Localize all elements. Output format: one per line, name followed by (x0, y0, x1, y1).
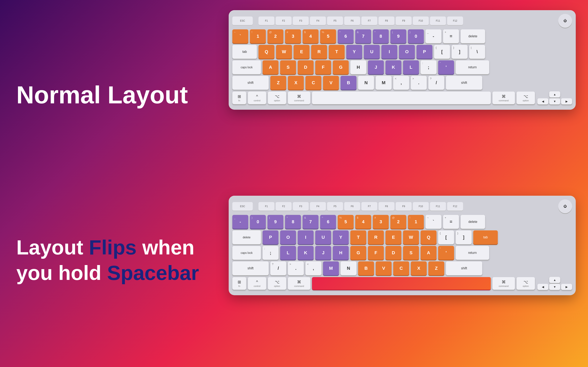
key-f-fl[interactable]: F (368, 246, 384, 260)
key-arrow-up-flipped[interactable]: ▲ (549, 277, 560, 283)
key-8[interactable]: * 8 (373, 29, 389, 43)
key-bracket-close[interactable]: } ] (452, 45, 467, 59)
key-5[interactable]: % 5 (320, 29, 336, 43)
key-r[interactable]: R (311, 45, 327, 59)
key-l[interactable]: L (403, 60, 419, 74)
key-f8-flipped[interactable]: F8 (379, 202, 394, 211)
key-space-flipped[interactable] (312, 277, 491, 290)
key-o-fl[interactable]: O (280, 230, 296, 244)
key-h[interactable]: H (350, 60, 366, 74)
key-arrow-down-flipped[interactable]: ▼ (549, 284, 560, 290)
key-z[interactable]: Z (270, 76, 286, 90)
key-equals[interactable]: + = (443, 29, 459, 43)
key-o[interactable]: O (399, 45, 415, 59)
key-comma-fl[interactable]: < , (305, 261, 321, 275)
key-f9[interactable]: F9 (396, 17, 412, 25)
key-arrow-right-flipped[interactable]: ▶ (561, 284, 572, 290)
key-x[interactable]: X (288, 76, 304, 90)
key-tab[interactable]: tab (232, 45, 257, 59)
key-period[interactable]: > . (411, 76, 427, 90)
key-6-fl[interactable]: ^ 6 (320, 215, 336, 229)
key-arrow-down-normal[interactable]: ▼ (549, 98, 560, 104)
key-equals-fl[interactable]: + = (443, 215, 459, 229)
key-slash[interactable]: ? / (428, 76, 444, 90)
key-f3-flipped[interactable]: F3 (293, 202, 309, 211)
key-esc-flipped[interactable]: ESC (232, 202, 253, 211)
key-i-fl[interactable]: I (298, 230, 314, 244)
key-1[interactable]: ! 1 (250, 29, 266, 43)
key-power-flipped[interactable]: ⏻ (558, 200, 572, 213)
key-f7-flipped[interactable]: F7 (361, 202, 377, 211)
key-v-fl[interactable]: V (376, 261, 392, 275)
key-l-fl[interactable]: L (280, 246, 296, 260)
key-f2-flipped[interactable]: F2 (276, 202, 292, 211)
key-option-left-normal[interactable]: ⌥ option (268, 92, 286, 104)
key-arrow-left-flipped[interactable]: ◀ (537, 284, 548, 290)
key-e[interactable]: E (294, 45, 310, 59)
key-g-fl[interactable]: G (350, 246, 366, 260)
key-f8[interactable]: F8 (379, 17, 394, 25)
key-7-fl[interactable]: & 7 (303, 215, 319, 229)
key-6[interactable]: ^ 6 (338, 29, 354, 43)
key-w[interactable]: W (276, 45, 292, 59)
key-delete-fl2[interactable]: delete (232, 230, 261, 244)
key-d[interactable]: D (298, 60, 314, 74)
key-tilde-fl[interactable]: ~ ` (425, 215, 441, 229)
key-m-fl[interactable]: M (323, 261, 339, 275)
key-command-right-flipped[interactable]: ⌘ command (493, 277, 515, 290)
key-j-fl[interactable]: J (315, 246, 331, 260)
key-q-fl[interactable]: Q (421, 230, 437, 244)
key-shift-right-flipped[interactable]: shift (446, 261, 482, 275)
key-s-fl[interactable]: S (403, 246, 419, 260)
key-p[interactable]: P (416, 45, 432, 59)
key-arrow-up-normal[interactable]: ▲ (549, 91, 560, 98)
key-f1[interactable]: F1 (259, 17, 274, 25)
key-control-flipped[interactable]: ^ control (248, 277, 266, 290)
key-y[interactable]: Y (346, 45, 362, 59)
key-8-fl[interactable]: * 8 (285, 215, 301, 229)
key-comma[interactable]: < , (393, 76, 409, 90)
key-w-fl[interactable]: W (403, 230, 419, 244)
key-p-fl[interactable]: P (263, 230, 278, 244)
key-v[interactable]: V (323, 76, 339, 90)
key-f4[interactable]: F4 (310, 17, 326, 25)
key-f3[interactable]: F3 (293, 17, 309, 25)
key-bracket-close-fl[interactable]: } ] (456, 230, 472, 244)
key-shift-left-flipped[interactable]: shift (232, 261, 269, 275)
key-7[interactable]: & 7 (355, 29, 371, 43)
key-9[interactable]: ( 9 (390, 29, 406, 43)
key-f6[interactable]: F6 (344, 17, 360, 25)
key-s[interactable]: S (280, 60, 296, 74)
key-t-fl[interactable]: T (350, 230, 366, 244)
key-n[interactable]: N (358, 76, 374, 90)
key-tab-fl[interactable]: tab (473, 230, 498, 244)
key-5-fl[interactable]: % 5 (338, 215, 354, 229)
key-quote[interactable]: " ' (438, 60, 454, 74)
key-g[interactable]: G (333, 60, 349, 74)
key-space-normal[interactable] (312, 92, 491, 104)
key-arrow-left-normal[interactable]: ◀ (537, 98, 548, 104)
key-2-fl[interactable]: @ 2 (390, 215, 406, 229)
key-minus-fl[interactable]: _ - (232, 215, 248, 229)
key-slash-fl[interactable]: ? / (270, 261, 286, 275)
key-f7[interactable]: F7 (361, 17, 377, 25)
key-3-fl[interactable]: # 3 (373, 215, 389, 229)
key-power[interactable]: ⏻ (558, 14, 572, 28)
key-command-left-flipped[interactable]: ⌘ command (288, 277, 310, 290)
key-y-fl[interactable]: Y (333, 230, 349, 244)
key-0[interactable]: ) 0 (408, 29, 424, 43)
key-minus[interactable]: _ - (425, 29, 441, 43)
key-esc[interactable]: ESC (232, 17, 253, 25)
key-2[interactable]: @ 2 (268, 29, 283, 43)
key-delete-normal[interactable]: delete (461, 29, 485, 43)
key-f10-flipped[interactable]: F10 (413, 202, 429, 211)
key-backtick[interactable]: ~ ` (232, 29, 248, 43)
key-d-fl[interactable]: D (385, 246, 401, 260)
key-option-right-normal[interactable]: ⌥ option (517, 92, 535, 104)
key-f9-flipped[interactable]: F9 (396, 202, 412, 211)
key-return-normal[interactable]: return (456, 60, 489, 74)
key-command-right-normal[interactable]: ⌘ command (493, 92, 515, 104)
key-4[interactable]: $ 4 (303, 29, 319, 43)
key-f4-flipped[interactable]: F4 (310, 202, 326, 211)
key-q[interactable]: Q (259, 45, 274, 59)
